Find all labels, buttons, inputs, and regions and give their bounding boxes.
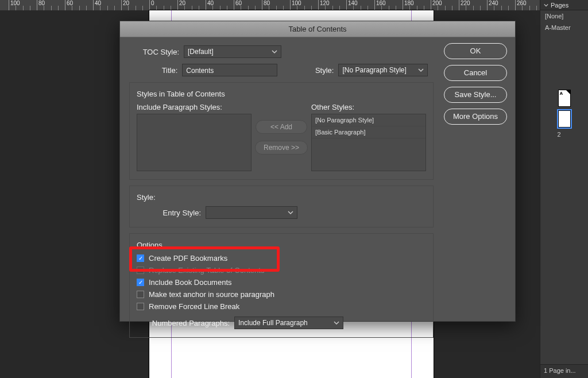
horizontal-ruler: 1008060402002040608010012014016018020022… — [0, 0, 540, 10]
pages-panel-header[interactable]: Pages — [540, 0, 588, 10]
ruler-tick: 60 — [234, 0, 234, 10]
master-a[interactable]: A-Master — [540, 22, 588, 33]
ruler-tick: 180 — [403, 0, 403, 10]
other-styles-label: Other Styles: — [311, 103, 426, 111]
add-button[interactable]: << Add — [256, 120, 307, 134]
ruler-tick: 140 — [346, 0, 347, 10]
ruler-tick: 100 — [290, 0, 291, 10]
pages-panel-title: Pages — [551, 2, 568, 9]
remove-break-checkbox[interactable]: Remove Forced Line Break — [137, 302, 426, 311]
chevron-down-icon — [334, 320, 339, 326]
pages-summary: 1 Page in... — [540, 364, 588, 378]
ruler-tick: 200 — [431, 0, 431, 10]
save-style-button[interactable]: Save Style... — [444, 87, 507, 103]
entry-style-label: Entry Style: — [137, 209, 206, 217]
styles-group-heading: Styles in Table of Contents — [137, 90, 426, 98]
ruler-tick: 40 — [206, 0, 206, 10]
ok-button[interactable]: OK — [444, 43, 507, 59]
chevron-down-icon — [288, 210, 293, 215]
checkbox-icon — [137, 303, 144, 310]
ruler-tick: 240 — [487, 0, 488, 10]
page-fold-icon — [566, 90, 570, 94]
style-group-heading: Style: — [137, 193, 426, 202]
ruler-tick-label: 0 — [151, 0, 154, 6]
numbered-paragraphs-label: Numbered Paragraphs: — [137, 319, 234, 327]
checkbox-icon — [137, 267, 144, 274]
replace-existing-label: Replace Existing Table of Contents — [149, 266, 264, 275]
dialog-title: Table of Contents — [120, 21, 515, 37]
ruler-tick: 260 — [515, 0, 516, 10]
style-select[interactable]: [No Paragraph Style] — [338, 64, 428, 76]
list-item[interactable]: [No Paragraph Style] — [312, 114, 425, 126]
ruler-tick: 220 — [459, 0, 459, 10]
ruler-tick: 160 — [374, 0, 375, 10]
title-value: Contents — [186, 67, 214, 75]
include-book-label: Include Book Documents — [149, 278, 232, 287]
ruler-tick: 0 — [149, 0, 150, 10]
remove-break-label: Remove Forced Line Break — [149, 302, 239, 311]
title-label: Title: — [129, 66, 182, 75]
pages-panel[interactable]: Pages [None] A-Master A 2 1 Page in... — [540, 0, 588, 378]
text-anchor-checkbox[interactable]: Make text anchor in source paragraph — [137, 290, 426, 299]
style-value: [No Paragraph Style] — [342, 66, 406, 74]
ruler-tick: 80 — [262, 0, 262, 10]
page-thumbnail-2[interactable] — [558, 110, 571, 128]
style-label: Style: — [311, 66, 339, 75]
chevron-down-icon — [544, 3, 548, 7]
page-number-badge: 2 — [558, 131, 571, 138]
ruler-tick: 100 — [9, 0, 9, 10]
ruler-tick: 80 — [37, 0, 37, 10]
include-book-checkbox[interactable]: Include Book Documents — [137, 278, 426, 287]
include-styles-listbox[interactable] — [137, 114, 252, 171]
master-none[interactable]: [None] — [540, 10, 588, 22]
ruler-tick: 40 — [93, 0, 94, 10]
replace-existing-checkbox: Replace Existing Table of Contents — [137, 266, 426, 275]
list-item[interactable]: [Basic Paragraph] — [312, 126, 425, 138]
text-anchor-label: Make text anchor in source paragraph — [149, 290, 274, 299]
ruler-tick: 20 — [177, 0, 178, 10]
include-styles-label: Include Paragraph Styles: — [137, 103, 252, 111]
ruler-tick: 60 — [65, 0, 65, 10]
pdf-bookmarks-checkbox[interactable]: Create PDF Bookmarks — [137, 254, 426, 263]
numbered-paragraphs-value: Include Full Paragraph — [238, 319, 308, 327]
options-heading: Options — [137, 241, 426, 249]
ruler-tick: 120 — [318, 0, 319, 10]
numbered-paragraphs-select[interactable]: Include Full Paragraph — [234, 317, 343, 329]
checkbox-icon — [137, 279, 144, 286]
thumb-label: A — [560, 91, 563, 96]
ruler-tick: 20 — [121, 0, 122, 10]
remove-button[interactable]: Remove >> — [255, 141, 308, 155]
cancel-button[interactable]: Cancel — [444, 65, 507, 81]
entry-style-select[interactable] — [206, 206, 297, 219]
page-thumbnail-a[interactable]: A — [558, 90, 571, 107]
toc-style-select[interactable]: [Default] — [184, 45, 281, 58]
more-options-button[interactable]: More Options — [444, 109, 507, 125]
chevron-down-icon — [272, 49, 277, 55]
title-input[interactable]: Contents — [182, 64, 277, 76]
pdf-bookmarks-label: Create PDF Bookmarks — [149, 254, 227, 263]
toc-style-value: [Default] — [188, 48, 214, 56]
checkbox-icon — [137, 254, 144, 262]
toc-style-label: TOC Style: — [129, 48, 184, 56]
checkbox-icon — [137, 291, 144, 298]
toc-dialog: Table of Contents OK Cancel Save Style..… — [119, 21, 516, 322]
other-styles-listbox[interactable]: [No Paragraph Style] [Basic Paragraph] — [311, 114, 426, 171]
chevron-down-icon — [418, 67, 424, 73]
